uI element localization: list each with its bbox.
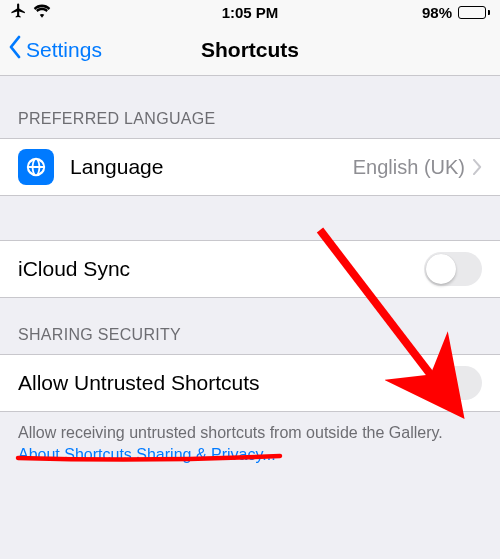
row-group-icloud: iCloud Sync [0, 240, 500, 298]
airplane-mode-icon [10, 2, 27, 22]
back-button[interactable]: Settings [8, 35, 102, 64]
section-spacer [0, 196, 500, 240]
wifi-icon [33, 4, 51, 21]
footer-link[interactable]: About Shortcuts Sharing & Privacy... [18, 446, 276, 463]
toggle-knob [426, 368, 456, 398]
row-group-sharing: Allow Untrusted Shortcuts [0, 354, 500, 412]
globe-icon [18, 149, 54, 185]
footer-text: Allow receiving untrusted shortcuts from… [0, 412, 500, 465]
chevron-right-icon [473, 159, 482, 175]
status-right: 98% [422, 4, 490, 21]
nav-bar: Settings Shortcuts [0, 24, 500, 76]
icloud-sync-toggle[interactable] [424, 252, 482, 286]
battery-percent: 98% [422, 4, 452, 21]
language-label: Language [70, 155, 353, 179]
icloud-sync-label: iCloud Sync [18, 257, 424, 281]
row-allow-untrusted[interactable]: Allow Untrusted Shortcuts [0, 355, 500, 411]
allow-untrusted-label: Allow Untrusted Shortcuts [18, 371, 424, 395]
row-group-language: Language English (UK) [0, 138, 500, 196]
footer-desc: Allow receiving untrusted shortcuts from… [18, 424, 443, 441]
toggle-knob [426, 254, 456, 284]
back-label: Settings [26, 38, 102, 62]
allow-untrusted-toggle[interactable] [424, 366, 482, 400]
section-header-sharing: SHARING SECURITY [0, 298, 500, 354]
battery-icon [458, 6, 490, 19]
language-value: English (UK) [353, 156, 465, 179]
status-left [10, 2, 51, 22]
row-language[interactable]: Language English (UK) [0, 139, 500, 195]
section-header-language: PREFERRED LANGUAGE [0, 76, 500, 138]
chevron-left-icon [8, 35, 22, 64]
status-bar: 1:05 PM 98% [0, 0, 500, 24]
row-icloud-sync[interactable]: iCloud Sync [0, 241, 500, 297]
